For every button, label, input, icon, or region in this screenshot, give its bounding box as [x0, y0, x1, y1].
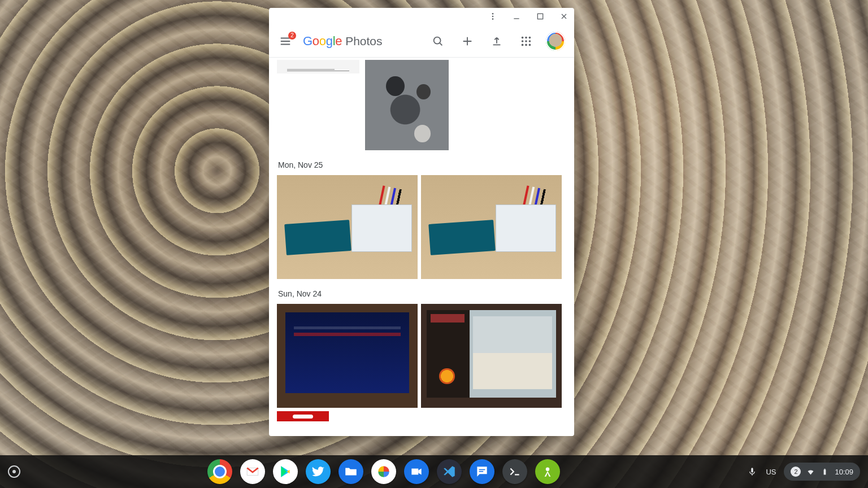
- svg-point-7: [525, 36, 527, 38]
- shelf-pinned-apps: [20, 459, 747, 484]
- window-maximize-button[interactable]: [533, 10, 547, 23]
- svg-point-2: [492, 18, 494, 20]
- google-photos-icon: [376, 464, 391, 479]
- terminal-icon: [507, 464, 522, 479]
- shelf-app-photos[interactable]: [371, 459, 396, 484]
- date-header: Mon, Nov 25: [278, 160, 566, 169]
- svg-point-6: [522, 36, 524, 38]
- svg-point-5: [434, 37, 441, 43]
- shelf-status-area: US 2 10:09: [747, 463, 868, 481]
- app-logo[interactable]: Google Photos: [303, 34, 383, 49]
- menu-badge: 2: [288, 32, 296, 40]
- shelf-app-chrome[interactable]: [207, 459, 232, 484]
- shelf-app-messages[interactable]: [470, 459, 494, 484]
- shelf-app-files[interactable]: [338, 459, 363, 484]
- svg-point-14: [529, 43, 531, 46]
- launcher-button[interactable]: [8, 465, 20, 478]
- maximize-icon: [536, 12, 545, 21]
- shelf-app-duo[interactable]: [404, 459, 429, 484]
- google-photos-window: 2 Google Photos Mon: [269, 8, 574, 436]
- google-wordmark: Google: [303, 34, 342, 49]
- svg-rect-19: [824, 469, 826, 474]
- status-tray[interactable]: 2 10:09: [784, 463, 860, 481]
- assistant-mic-button[interactable]: [747, 466, 758, 477]
- window-minimize-button[interactable]: [510, 10, 523, 23]
- svg-point-1: [492, 16, 494, 18]
- clock: 10:09: [835, 468, 853, 476]
- upload-icon: [491, 35, 503, 47]
- photo-thumbnail[interactable]: [365, 60, 449, 150]
- apps-grid-icon: [520, 35, 532, 47]
- app-header: 2 Google Photos: [269, 25, 574, 58]
- svg-point-0: [492, 13, 494, 15]
- shelf-app-play-store[interactable]: [273, 459, 298, 484]
- svg-rect-4: [537, 14, 542, 19]
- google-apps-button[interactable]: [517, 32, 536, 51]
- minimize-icon: [512, 12, 521, 21]
- svg-rect-18: [752, 468, 753, 472]
- photo-thumbnail[interactable]: [277, 60, 359, 73]
- gmail-icon: [245, 464, 260, 479]
- video-camera-icon: [409, 464, 424, 479]
- photo-thumbnail[interactable]: [277, 175, 418, 279]
- date-header: Sun, Nov 24: [278, 289, 566, 298]
- launcher-icon: [12, 470, 16, 473]
- svg-point-10: [525, 40, 527, 42]
- android-studio-icon: [540, 464, 555, 479]
- keyboard-layout-indicator[interactable]: US: [766, 468, 776, 476]
- folder-icon: [344, 464, 358, 479]
- plus-icon: [461, 35, 474, 47]
- svg-point-8: [529, 36, 531, 38]
- window-more-button[interactable]: [486, 10, 500, 23]
- upload-button[interactable]: [487, 32, 506, 51]
- svg-rect-15: [479, 469, 485, 470]
- window-close-button[interactable]: [557, 10, 571, 23]
- hamburger-menu-button[interactable]: 2: [278, 34, 293, 49]
- vscode-icon: [442, 464, 457, 479]
- svg-point-12: [522, 43, 524, 46]
- app-logo-suffix: Photos: [345, 34, 382, 48]
- search-button[interactable]: [428, 32, 448, 51]
- battery-icon: [821, 468, 829, 476]
- window-titlebar: [269, 8, 574, 25]
- more-vert-icon: [488, 12, 497, 21]
- shelf-app-terminal[interactable]: [502, 459, 527, 484]
- play-store-icon: [278, 464, 293, 479]
- svg-point-11: [529, 40, 531, 42]
- svg-rect-3: [514, 18, 519, 19]
- messages-icon: [475, 464, 489, 479]
- svg-point-9: [522, 40, 524, 42]
- search-icon: [432, 35, 444, 47]
- twitter-icon: [311, 464, 326, 479]
- photo-thumbnail[interactable]: [277, 304, 418, 408]
- shelf: US 2 10:09: [0, 455, 868, 488]
- notification-count-badge: 2: [791, 467, 801, 477]
- photo-thumbnail[interactable]: [277, 411, 329, 436]
- create-button[interactable]: [458, 32, 477, 51]
- svg-rect-16: [479, 471, 483, 472]
- photo-thumbnail[interactable]: [421, 304, 562, 408]
- wifi-icon: [806, 468, 815, 476]
- shelf-app-android-studio[interactable]: [535, 459, 560, 484]
- close-icon: [559, 12, 568, 21]
- shelf-app-gmail[interactable]: [240, 459, 265, 484]
- svg-rect-20: [824, 468, 826, 469]
- account-avatar[interactable]: [546, 32, 565, 51]
- svg-point-17: [545, 467, 549, 471]
- photo-grid-scroll[interactable]: Mon, Nov 25 Sun, Nov 24: [269, 58, 574, 436]
- photo-thumbnail[interactable]: [421, 175, 562, 279]
- shelf-app-twitter[interactable]: [306, 459, 331, 484]
- shelf-app-vscode[interactable]: [437, 459, 462, 484]
- svg-point-13: [525, 43, 527, 46]
